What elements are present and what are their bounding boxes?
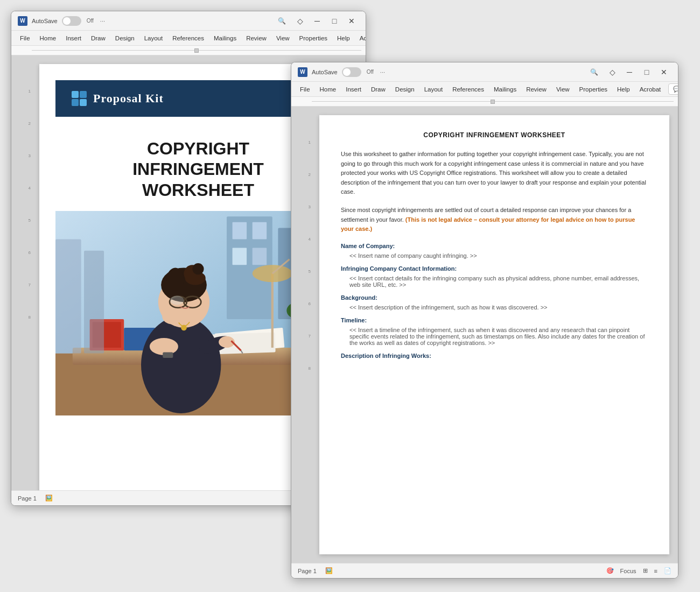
more-options-2[interactable]: ··· xyxy=(378,68,387,76)
titlebar-left-1: W AutoSave Off ··· xyxy=(18,16,271,26)
close-button-2[interactable]: ✕ xyxy=(656,66,671,78)
svg-point-30 xyxy=(162,308,183,325)
search-button-2[interactable]: 🔍 xyxy=(587,66,600,79)
minimize-button-1[interactable]: ─ xyxy=(310,15,325,27)
ruler-mark-3: 3 xyxy=(20,139,33,172)
svg-rect-39 xyxy=(55,239,81,353)
left-ruler-2: 1 2 3 4 5 6 7 8 xyxy=(300,115,313,554)
field2-value: << Insert contact details for the infrin… xyxy=(341,275,648,288)
field4-label: Timeline: xyxy=(341,317,648,323)
menu-acrobat-1[interactable]: Acrobat xyxy=(355,34,366,43)
titlebar-2: W AutoSave Off ··· 🔍 ◇ ─ □ ✕ xyxy=(291,62,678,82)
menu-acrobat-2[interactable]: Acrobat xyxy=(635,85,666,94)
menu-help-1[interactable]: Help xyxy=(333,34,354,43)
focus-icon-2: 🎯 xyxy=(606,567,614,574)
close-button-1[interactable]: ✕ xyxy=(344,15,359,27)
menu-properties-1[interactable]: Properties xyxy=(295,34,332,43)
autosave-label-1: AutoSave xyxy=(32,18,58,24)
statusbar-icon-1: 🖼️ xyxy=(45,495,53,502)
autosave-label-2: AutoSave xyxy=(312,69,338,75)
menu-properties-2[interactable]: Properties xyxy=(575,85,612,94)
diamond-icon-2[interactable]: ◇ xyxy=(605,66,620,78)
menu-layout-2[interactable]: Layout xyxy=(420,85,447,94)
menu-layout-1[interactable]: Layout xyxy=(140,34,167,43)
search-button-1[interactable]: 🔍 xyxy=(275,15,288,27)
svg-point-27 xyxy=(170,295,184,305)
ruler2-mark-6: 6 xyxy=(300,287,313,320)
menu-file-2[interactable]: File xyxy=(296,85,314,94)
ruler-2 xyxy=(291,97,678,107)
comment-icon-2: 💬 xyxy=(673,86,678,93)
field1-value: << Insert name of company caught infring… xyxy=(341,252,648,259)
menu-references-1[interactable]: References xyxy=(168,34,208,43)
ruler-mark-6: 6 xyxy=(20,236,33,269)
doc-content-2: COPYRIGHT INFRINGEMENT WORKSHEET Use thi… xyxy=(319,115,669,378)
svg-point-23 xyxy=(192,263,204,274)
svg-rect-41 xyxy=(163,352,173,358)
ruler2-mark-1: 1 xyxy=(300,126,313,158)
menu-mailings-1[interactable]: Mailings xyxy=(209,34,241,43)
ruler-mark-8: 8 xyxy=(20,301,33,333)
svg-rect-4 xyxy=(253,222,267,239)
second-paragraph: Since most copyright infringements are s… xyxy=(341,206,648,234)
toggle-knob-2 xyxy=(343,68,351,76)
ruler2-mark-8: 8 xyxy=(300,352,313,384)
comment-button-2[interactable]: 💬 xyxy=(668,83,678,95)
page-indicator-2: Page 1 xyxy=(298,568,317,574)
more-options-1[interactable]: ··· xyxy=(98,17,107,25)
menu-draw-2[interactable]: Draw xyxy=(367,85,390,94)
view-icon-21: ⊞ xyxy=(643,567,648,574)
menu-insert-1[interactable]: Insert xyxy=(61,34,86,43)
statusbar-2: Page 1 🖼️ 🎯 Focus ⊞ ≡ 📄 xyxy=(291,563,678,578)
menu-review-1[interactable]: Review xyxy=(242,34,271,43)
doc-main-title: COPYRIGHT INFRINGEMENT WORKSHEET xyxy=(341,131,648,139)
ruler-mark-4: 4 xyxy=(20,172,33,204)
maximize-button-2[interactable]: □ xyxy=(639,66,654,78)
field4-value: << Insert a timeline of the infringement… xyxy=(341,327,648,346)
focus-label-2: Focus xyxy=(620,568,636,574)
word-icon-1: W xyxy=(18,16,27,26)
menu-design-1[interactable]: Design xyxy=(111,34,139,43)
autosave-toggle-1[interactable] xyxy=(62,16,81,26)
ruler-mark-7: 7 xyxy=(20,269,33,301)
ruler-mark-1: 1 xyxy=(20,75,33,107)
menu-help-2[interactable]: Help xyxy=(613,85,634,94)
menu-references-2[interactable]: References xyxy=(448,85,488,94)
statusbar-right-2: 🎯 Focus ⊞ ≡ 📄 xyxy=(606,567,671,574)
view-icon-23: 📄 xyxy=(664,567,671,574)
logo-cell-3 xyxy=(72,99,79,106)
titlebar-left-2: W AutoSave Off ··· xyxy=(298,67,583,77)
ruler2-mark-3: 3 xyxy=(300,191,313,223)
menu-view-2[interactable]: View xyxy=(552,85,574,94)
toggle-knob-1 xyxy=(63,17,71,25)
minimize-button-2[interactable]: ─ xyxy=(622,66,637,78)
menubar-1: File Home Insert Draw Design Layout Refe… xyxy=(11,31,366,46)
logo-cell-4 xyxy=(80,99,87,106)
word-window-2: W AutoSave Off ··· 🔍 ◇ ─ □ ✕ File Home I… xyxy=(291,62,678,579)
menu-mailings-2[interactable]: Mailings xyxy=(489,85,521,94)
toggle-text-1: Off xyxy=(87,18,94,24)
ruler-1 xyxy=(11,46,366,55)
page-2: COPYRIGHT INFRINGEMENT WORKSHEET Use thi… xyxy=(319,115,669,554)
page-indicator-1: Page 1 xyxy=(18,495,37,502)
statusbar-icon-2: 🖼️ xyxy=(325,567,333,574)
maximize-button-1[interactable]: □ xyxy=(327,15,342,27)
field1-label: Name of Company: xyxy=(341,243,648,249)
menu-review-2[interactable]: Review xyxy=(522,85,551,94)
field5-label: Description of Infringing Works: xyxy=(341,353,648,359)
menu-view-1[interactable]: View xyxy=(272,34,294,43)
menu-draw-1[interactable]: Draw xyxy=(87,34,110,43)
logo-cell-1 xyxy=(72,91,79,98)
ruler2-mark-2: 2 xyxy=(300,158,313,191)
menu-home-2[interactable]: Home xyxy=(316,85,341,94)
diamond-icon-1[interactable]: ◇ xyxy=(292,15,307,27)
autosave-toggle-2[interactable] xyxy=(342,67,361,77)
menu-design-2[interactable]: Design xyxy=(391,85,419,94)
ruler2-mark-7: 7 xyxy=(300,320,313,352)
logo-cell-2 xyxy=(80,91,87,98)
menu-file-1[interactable]: File xyxy=(16,34,34,43)
menu-home-1[interactable]: Home xyxy=(36,34,61,43)
svg-point-17 xyxy=(141,316,221,413)
menu-insert-2[interactable]: Insert xyxy=(341,85,366,94)
view-icon-22: ≡ xyxy=(654,568,657,574)
